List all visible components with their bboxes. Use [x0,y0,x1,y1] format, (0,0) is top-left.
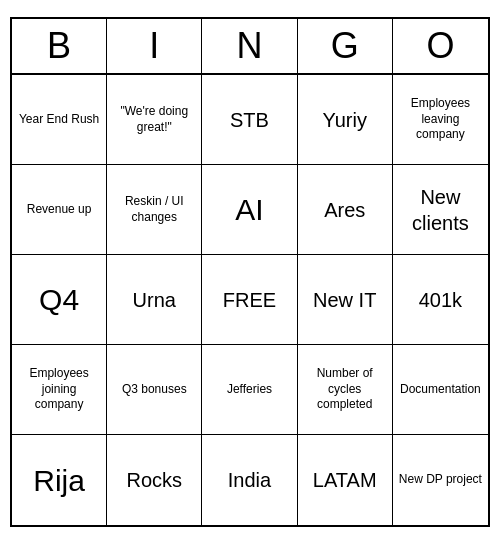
bingo-cell-4: Employees leaving company [393,75,488,165]
bingo-header: BINGO [12,19,488,75]
bingo-cell-18: Number of cycles completed [298,345,393,435]
bingo-cell-22: India [202,435,297,525]
bingo-cell-7: AI [202,165,297,255]
bingo-cell-6: Reskin / UI changes [107,165,202,255]
bingo-cell-5: Revenue up [12,165,107,255]
bingo-letter: I [107,19,202,73]
bingo-letter: N [202,19,297,73]
bingo-cell-3: Yuriy [298,75,393,165]
bingo-cell-8: Ares [298,165,393,255]
bingo-cell-13: New IT [298,255,393,345]
bingo-letter: G [298,19,393,73]
bingo-cell-17: Jefferies [202,345,297,435]
bingo-cell-23: LATAM [298,435,393,525]
bingo-cell-24: New DP project [393,435,488,525]
bingo-grid: Year End Rush"We're doing great!"STBYuri… [12,75,488,525]
bingo-letter: B [12,19,107,73]
bingo-cell-11: Urna [107,255,202,345]
bingo-cell-19: Documentation [393,345,488,435]
bingo-cell-1: "We're doing great!" [107,75,202,165]
bingo-cell-20: Rija [12,435,107,525]
bingo-cell-16: Q3 bonuses [107,345,202,435]
bingo-cell-15: Employees joining company [12,345,107,435]
bingo-letter: O [393,19,488,73]
bingo-cell-21: Rocks [107,435,202,525]
bingo-cell-12: FREE [202,255,297,345]
bingo-cell-10: Q4 [12,255,107,345]
bingo-cell-9: New clients [393,165,488,255]
bingo-cell-2: STB [202,75,297,165]
bingo-card: BINGO Year End Rush"We're doing great!"S… [10,17,490,527]
bingo-cell-14: 401k [393,255,488,345]
bingo-cell-0: Year End Rush [12,75,107,165]
